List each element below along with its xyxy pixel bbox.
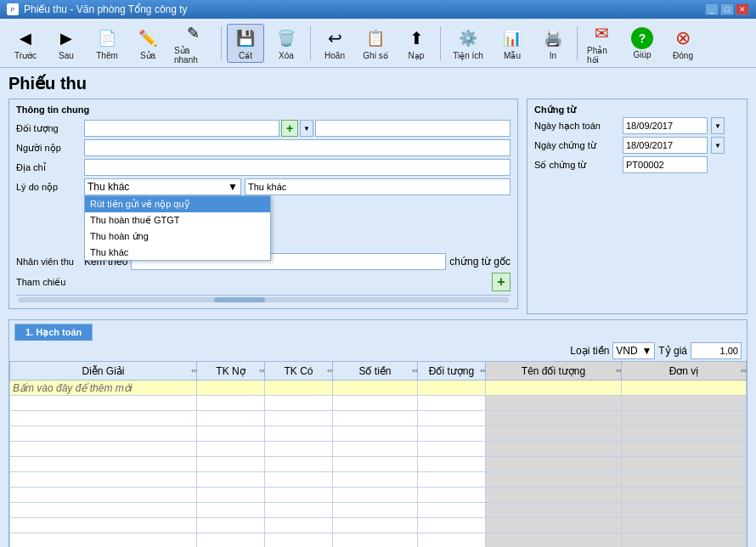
doi-tuong-code-input[interactable]: [84, 120, 279, 137]
dia-chi-label: Địa chỉ: [16, 162, 84, 173]
doi-tuong-name-input[interactable]: [315, 120, 511, 137]
table-row: [10, 472, 747, 488]
table-row: [10, 411, 747, 426]
ngay-hach-toan-input[interactable]: [623, 117, 708, 134]
loai-tien-dropdown-icon: ▼: [641, 345, 652, 357]
doi-tuong-input-group: + ▼: [84, 120, 511, 137]
ngay-chung-tu-dropdown-btn[interactable]: ▼: [711, 137, 725, 154]
col-don-vi: Đơn vị ⇔: [622, 362, 747, 381]
in-icon: 🖨️: [541, 26, 565, 50]
ly-do-nop-dropdown[interactable]: Thu khác ▼ Rút tiền gửi về nộp quỹ Thu h…: [84, 178, 241, 195]
minimize-button[interactable]: _: [705, 3, 719, 15]
tham-chieu-row: Tham chiếu +: [16, 273, 511, 291]
hoan-icon: ↩: [323, 26, 347, 50]
toolbar-sua[interactable]: ✏️ Sửa: [129, 24, 166, 63]
table-row: [10, 457, 747, 472]
chung-tu-goc-label: chứng từ gốc: [449, 256, 511, 268]
ly-do-nop-menu: Rút tiền gửi về nộp quỹ Thu hoàn thuế GT…: [84, 195, 271, 261]
col-resize-so-tien[interactable]: ⇔: [412, 362, 417, 380]
toolbar-dong[interactable]: ⊗ Đóng: [664, 24, 702, 63]
nguoi-nop-row: Người nộp: [16, 139, 511, 156]
toolbar-in[interactable]: 🖨️ In: [534, 24, 572, 63]
ty-gia-input[interactable]: [691, 342, 742, 359]
tab-bar: 1. Hạch toán: [9, 320, 747, 341]
tab-hach-toan[interactable]: 1. Hạch toán: [14, 324, 93, 341]
empty-ten-doi-tuong: [486, 381, 622, 396]
ly-do-nop-row: Lý do nộp Thu khác ▼ Rút tiền gửi về nộp…: [16, 178, 511, 195]
hint-cell[interactable]: Bấm vào đây để thêm mới: [10, 381, 197, 396]
loai-tien-select[interactable]: VND ▼: [612, 342, 655, 359]
xoa-icon: 🗑️: [274, 26, 298, 50]
window-controls: _ □ ✕: [705, 3, 749, 15]
close-button[interactable]: ✕: [736, 3, 749, 15]
empty-doi-tuong: [418, 381, 486, 396]
toolbar-giup[interactable]: ? Giúp: [623, 25, 661, 62]
col-resize-don-vi[interactable]: ⇔: [741, 362, 746, 380]
toolbar-phanhoi[interactable]: ✉ Phản hồi: [583, 19, 620, 67]
table-row: [10, 533, 747, 548]
doi-tuong-dropdown-button[interactable]: ▼: [300, 120, 313, 137]
giup-label: Giúp: [633, 50, 651, 59]
doi-tuong-add-button[interactable]: +: [281, 120, 298, 137]
ngay-hach-toan-row: Ngày hạch toán ▼: [534, 117, 740, 134]
table-row: [10, 426, 747, 442]
toolbar-cat[interactable]: 💾 Cất: [227, 24, 264, 63]
in-label: In: [550, 51, 556, 60]
tham-chieu-label: Tham chiếu: [16, 277, 84, 288]
col-resize-tk-co[interactable]: ⇔: [327, 362, 332, 380]
table-row-hint[interactable]: Bấm vào đây để thêm mới: [10, 381, 747, 396]
ly-do-nop-select[interactable]: Thu khác ▼: [84, 178, 241, 195]
dia-chi-input[interactable]: [84, 159, 511, 176]
ngay-chung-tu-input[interactable]: [623, 137, 708, 154]
sua-label: Sửa: [140, 51, 155, 60]
tham-chieu-add-button[interactable]: +: [492, 273, 511, 291]
sau-icon: ▶: [54, 26, 78, 50]
toolbar: ◀ Trước ▶ Sau 📄 Thêm ✏️ Sửa ✎ Sửa nhanh …: [0, 19, 756, 68]
toolbar-truoc[interactable]: ◀ Trước: [7, 24, 44, 63]
toolbar-ghiso[interactable]: 📋 Ghi số: [357, 24, 394, 63]
hoan-label: Hoãn: [324, 51, 345, 60]
hach-toan-section: 1. Hạch toán Loại tiền VND ▼ Tỷ giá Diễn…: [8, 319, 748, 547]
col-resize-doi-tuong[interactable]: ⇔: [480, 362, 485, 380]
empty-tk-co: [265, 381, 333, 396]
toolbar-tienich[interactable]: ⚙️ Tiện ích: [446, 24, 490, 63]
general-info-section: Thông tin chung Đối tượng + ▼ Người nộp …: [8, 99, 518, 309]
toolbar-mau[interactable]: 📊 Mẫu: [494, 24, 531, 63]
nhan-vien-thu-label: Nhân viên thu: [16, 257, 84, 267]
toolbar-them[interactable]: 📄 Thêm: [88, 24, 126, 63]
doi-tuong-label: Đối tượng: [16, 123, 84, 134]
col-resize-tk-no[interactable]: ⇔: [259, 362, 264, 380]
toolbar-suanhanh[interactable]: ✎ Sửa nhanh: [170, 19, 216, 67]
so-chung-tu-input[interactable]: [623, 156, 708, 173]
horizontal-scrollbar[interactable]: [16, 295, 511, 303]
toolbar-hoan[interactable]: ↩ Hoãn: [316, 24, 353, 63]
nguoi-nop-input[interactable]: [84, 139, 511, 156]
sau-label: Sau: [59, 51, 74, 60]
app-icon: P: [7, 3, 19, 15]
col-so-tien: Số tiền ⇔: [333, 362, 418, 381]
nguoi-nop-label: Người nộp: [16, 143, 84, 154]
ngay-hach-toan-dropdown-btn[interactable]: ▼: [711, 117, 725, 134]
dropdown-item-3[interactable]: Thu khác: [85, 245, 270, 260]
ly-do-nop-text-input[interactable]: [245, 178, 511, 195]
loai-tien-label: Loại tiền: [570, 345, 609, 357]
ghiso-label: Ghi số: [363, 51, 387, 60]
toolbar-nap[interactable]: ⬆ Nạp: [398, 24, 435, 63]
maximize-button[interactable]: □: [720, 3, 734, 15]
so-chung-tu-label: Số chứng từ: [534, 160, 619, 171]
dia-chi-row: Địa chỉ: [16, 159, 511, 176]
main-content: Phiếu thu Thông tin chung Đối tượng + ▼ …: [0, 68, 756, 547]
dropdown-item-0[interactable]: Rút tiền gửi về nộp quỹ: [85, 196, 270, 212]
ngay-chung-tu-label: Ngày chứng từ: [534, 140, 619, 151]
empty-don-vi: [622, 381, 747, 396]
toolbar-sau[interactable]: ▶ Sau: [48, 24, 85, 63]
col-resize-ten-doi-tuong[interactable]: ⇔: [616, 362, 621, 380]
ly-do-nop-value: Thu khác: [87, 181, 129, 193]
dropdown-item-1[interactable]: Thu hoàn thuế GTGT: [85, 212, 270, 228]
dropdown-item-2[interactable]: Thu hoàn ứng: [85, 228, 270, 245]
them-icon: 📄: [95, 26, 119, 50]
sua-icon: ✏️: [136, 26, 160, 50]
col-resize-dien-giai[interactable]: ⇔: [191, 362, 196, 380]
tienich-icon: ⚙️: [456, 26, 480, 50]
toolbar-xoa[interactable]: 🗑️ Xóa: [268, 24, 305, 63]
